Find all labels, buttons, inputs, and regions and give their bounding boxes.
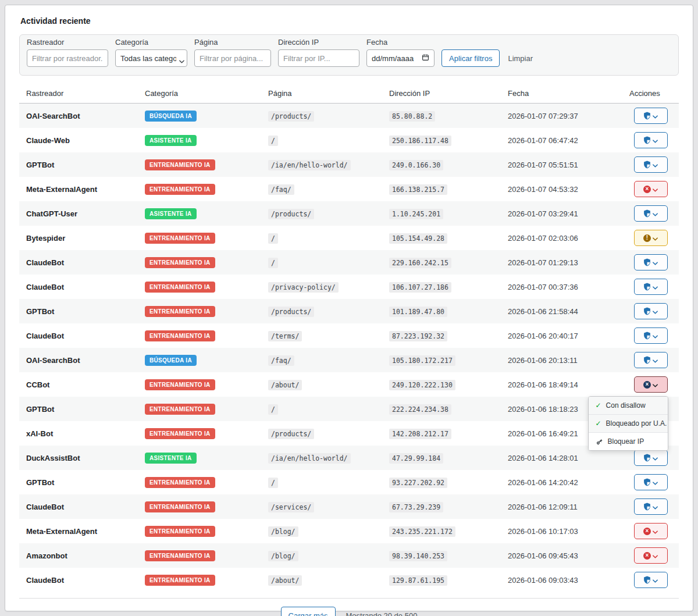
table-row: GPTBot ENTRENAMIENTO IA / 222.224.234.38… bbox=[19, 397, 679, 421]
bot-name: Meta-ExternalAgent bbox=[26, 527, 97, 536]
table-row: GPTBot ENTRENAMIENTO IA / 93.227.202.92 … bbox=[19, 470, 679, 494]
date-value: 2026-01-06 14:28:01 bbox=[508, 454, 578, 462]
category-badge: ENTRENAMIENTO IA bbox=[145, 477, 215, 488]
action-button[interactable]: × bbox=[634, 523, 668, 539]
chevron-down-icon bbox=[653, 576, 658, 585]
date-value: 2026-01-06 18:18:23 bbox=[508, 405, 578, 414]
column-header-categoria: Categoría bbox=[138, 84, 261, 104]
filter-label-fecha: Fecha bbox=[366, 38, 435, 47]
ip-address: 243.235.221.172 bbox=[389, 526, 455, 537]
block-x-icon: × bbox=[643, 528, 651, 535]
bot-name: GPTBot bbox=[26, 161, 54, 169]
date-value: 2026-01-06 18:49:14 bbox=[508, 380, 578, 389]
shield-icon bbox=[643, 161, 651, 169]
shield-icon bbox=[643, 332, 651, 340]
table-row: DuckAssistBot ASISTENTE IA /ia/en/hello-… bbox=[19, 446, 679, 470]
bot-name: OAI-SearchBot bbox=[26, 112, 80, 120]
date-value: 2026-01-06 21:58:44 bbox=[508, 307, 578, 316]
table-row: Amazonbot ENTRENAMIENTO IA /blog/ 98.39.… bbox=[19, 543, 679, 568]
table-row: GPTBot ENTRENAMIENTO IA /products/ 101.1… bbox=[19, 299, 679, 323]
action-button[interactable] bbox=[634, 108, 668, 124]
action-button[interactable] bbox=[634, 132, 668, 148]
filter-label-ip: Dirección IP bbox=[278, 38, 359, 47]
action-button[interactable] bbox=[634, 303, 668, 319]
filter-label-categoria: Categoría bbox=[115, 38, 187, 47]
filter-group-pagina: Página bbox=[194, 38, 271, 67]
ip-filter-input[interactable] bbox=[278, 49, 359, 67]
category-badge: ENTRENAMIENTO IA bbox=[145, 526, 215, 537]
fecha-date-input[interactable]: dd/mm/aaaa bbox=[366, 49, 435, 67]
page-path: /about/ bbox=[268, 575, 302, 586]
page-path: /terms/ bbox=[268, 331, 302, 341]
action-button[interactable] bbox=[634, 499, 668, 515]
menu-item-bloqueado-por-u-a[interactable]: ✓Bloqueado por U.A. bbox=[589, 415, 668, 433]
table-row: ClaudeBot ENTRENAMIENTO IA /privacy-poli… bbox=[19, 275, 679, 299]
ip-address: 229.160.242.15 bbox=[389, 258, 451, 268]
table-header-row: Rastreador Categoría Página Dirección IP… bbox=[19, 84, 679, 104]
bot-name: OAI-SearchBot bbox=[26, 356, 80, 365]
category-badge: ASISTENTE IA bbox=[145, 208, 197, 219]
action-button[interactable] bbox=[634, 352, 668, 368]
action-button[interactable]: ! bbox=[634, 230, 668, 246]
action-button[interactable] bbox=[634, 156, 668, 173]
page-path: / bbox=[268, 404, 278, 415]
block-x-icon: × bbox=[643, 186, 651, 193]
bot-name: CCBot bbox=[26, 380, 49, 389]
action-button[interactable] bbox=[634, 279, 668, 295]
filter-bar: Rastreador Categoría Todas las categoría… bbox=[19, 34, 679, 76]
action-button[interactable] bbox=[634, 450, 668, 466]
table-row: ChatGPT-User ASISTENTE IA /products/ 1.1… bbox=[19, 201, 679, 226]
recent-activity-panel: Actividad reciente Rastreador Categoría … bbox=[5, 5, 693, 611]
column-header-ip: Dirección IP bbox=[382, 84, 501, 104]
key-icon bbox=[596, 438, 603, 446]
action-button[interactable]: × bbox=[634, 376, 668, 393]
table-row: OAI-SearchBot BÚSQUEDA IA /faq/ 105.180.… bbox=[19, 348, 679, 372]
action-button[interactable]: × bbox=[634, 547, 668, 564]
bot-name: ClaudeBot bbox=[26, 258, 64, 267]
action-button[interactable] bbox=[634, 254, 668, 270]
date-value: 2026-01-07 05:51:51 bbox=[508, 161, 578, 169]
bot-name: GPTBot bbox=[26, 405, 54, 414]
date-value: 2026-01-07 00:37:36 bbox=[508, 283, 578, 291]
action-button[interactable] bbox=[634, 572, 668, 588]
ip-address: 105.154.49.28 bbox=[389, 233, 447, 244]
chevron-down-icon bbox=[653, 356, 658, 365]
chevron-down-icon bbox=[653, 283, 658, 291]
apply-filters-button[interactable]: Aplicar filtros bbox=[441, 49, 500, 67]
menu-item-con-disallow[interactable]: ✓Con disallow bbox=[589, 397, 668, 415]
shield-icon bbox=[643, 283, 651, 291]
category-badge: BÚSQUEDA IA bbox=[145, 355, 197, 366]
chevron-down-icon bbox=[653, 332, 658, 340]
activity-table: Rastreador Categoría Página Dirección IP… bbox=[19, 84, 679, 592]
date-placeholder: dd/mm/aaaa bbox=[372, 54, 414, 63]
category-badge: ASISTENTE IA bbox=[145, 135, 197, 146]
rastreador-filter-input[interactable] bbox=[27, 49, 108, 67]
category-badge: ENTRENAMIENTO IA bbox=[145, 428, 215, 439]
page-path: /ia/en/hello-world/ bbox=[268, 453, 351, 464]
shield-icon bbox=[643, 454, 651, 462]
load-more-button[interactable]: Cargar más bbox=[281, 607, 336, 616]
page-path: /faq/ bbox=[268, 355, 294, 366]
date-value: 2026-01-07 06:47:42 bbox=[508, 136, 578, 145]
bot-name: Bytespider bbox=[26, 234, 65, 243]
page-path: / bbox=[268, 136, 278, 146]
shield-icon bbox=[643, 478, 651, 486]
date-value: 2026-01-06 09:03:43 bbox=[508, 576, 578, 585]
filter-group-categoria: Categoría Todas las categorías bbox=[115, 38, 187, 67]
page-path: /products/ bbox=[268, 307, 314, 317]
page-path: /blog/ bbox=[268, 551, 298, 561]
page-title: Actividad reciente bbox=[20, 16, 679, 26]
action-button[interactable]: × bbox=[634, 181, 668, 197]
categoria-select[interactable]: Todas las categorías bbox=[115, 49, 187, 67]
pagina-filter-input[interactable] bbox=[194, 49, 271, 67]
clear-filters-button[interactable]: Limpiar bbox=[507, 49, 534, 67]
shield-icon bbox=[643, 576, 651, 584]
chevron-down-icon bbox=[653, 380, 658, 389]
menu-item-bloquear-ip[interactable]: Bloquear IP bbox=[589, 433, 668, 450]
action-button[interactable] bbox=[634, 205, 668, 222]
action-button[interactable] bbox=[634, 474, 668, 490]
page-path: /privacy-policy/ bbox=[268, 282, 339, 293]
action-button[interactable] bbox=[634, 327, 668, 344]
category-badge: ENTRENAMIENTO IA bbox=[145, 306, 215, 317]
action-dropdown-menu: ✓Con disallow✓Bloqueado por U.A.Bloquear… bbox=[588, 396, 668, 451]
